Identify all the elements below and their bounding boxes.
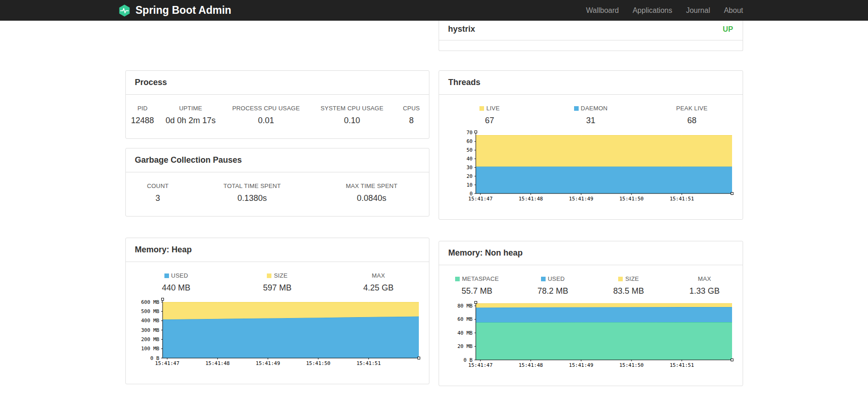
- svg-text:80 MB: 80 MB: [457, 303, 473, 309]
- stat-value: 31: [540, 116, 641, 127]
- gc-panel-title: Garbage Collection Pauses: [126, 148, 429, 172]
- svg-text:20: 20: [467, 173, 473, 179]
- brand-title: Spring Boot Admin: [135, 4, 231, 17]
- svg-text:40 MB: 40 MB: [457, 330, 473, 336]
- gc-panel: Garbage Collection Pauses COUNT TOTAL TI…: [125, 148, 430, 216]
- process-panel-title: Process: [126, 71, 429, 95]
- stat-label: USED: [171, 272, 188, 279]
- svg-text:15:41:50: 15:41:50: [619, 362, 643, 368]
- svg-text:15:41:50: 15:41:50: [619, 196, 643, 202]
- stat-value: 440 MB: [126, 283, 227, 295]
- svg-text:15:41:49: 15:41:49: [255, 360, 280, 366]
- stat-label: SIZE: [625, 275, 639, 282]
- nav-item-applications[interactable]: Applications: [626, 0, 679, 21]
- stat-value: 0.01: [222, 116, 310, 127]
- stat-value: 4.25 GB: [328, 283, 429, 295]
- svg-text:200 MB: 200 MB: [141, 336, 159, 342]
- stat-value: 68: [641, 116, 742, 127]
- svg-text:15:41:47: 15:41:47: [468, 196, 493, 202]
- stat-value: 12488: [126, 116, 160, 127]
- stat-label: SIZE: [274, 272, 287, 279]
- health-status-badge: UP: [723, 25, 733, 34]
- threads-panel: Threads LIVE DAEMON PEAK LIVE: [439, 70, 743, 220]
- page-content: hystrix UP Process PID UPTIME PROCESS CP…: [125, 21, 743, 386]
- stat-value: 1.33 GB: [666, 286, 742, 298]
- stat-label: METASPACE: [462, 275, 499, 282]
- svg-text:20 MB: 20 MB: [457, 343, 473, 349]
- health-row-hystrix[interactable]: hystrix UP: [439, 21, 743, 40]
- svg-text:15:41:47: 15:41:47: [468, 362, 493, 368]
- left-column: Process PID UPTIME PROCESS CPU USAGE SYS…: [125, 70, 430, 386]
- stat-value: 597 MB: [227, 283, 328, 295]
- stat-label: CPUS: [394, 105, 429, 116]
- size-legend-swatch-icon: [618, 277, 623, 281]
- stat-value: 55.7 MB: [439, 286, 515, 298]
- svg-text:15:41:51: 15:41:51: [356, 360, 381, 366]
- memory-heap-panel-title: Memory: Heap: [126, 238, 429, 262]
- nav-item-wallboard[interactable]: Wallboard: [579, 0, 626, 21]
- svg-text:60 MB: 60 MB: [457, 316, 473, 322]
- stat-value: 83.5 MB: [591, 286, 666, 298]
- svg-text:10: 10: [467, 182, 473, 188]
- stat-label: PID: [126, 105, 160, 116]
- stat-label: PROCESS CPU USAGE: [222, 105, 310, 116]
- stat-value: 0.1380s: [190, 194, 315, 205]
- memory-heap-panel: Memory: Heap USED SIZE MAX: [125, 238, 430, 384]
- threads-panel-title: Threads: [439, 71, 743, 95]
- svg-text:300 MB: 300 MB: [141, 327, 159, 333]
- svg-text:30: 30: [467, 165, 473, 171]
- right-column: Threads LIVE DAEMON PEAK LIVE: [439, 70, 743, 386]
- stat-label: MAX TIME SPENT: [314, 182, 429, 194]
- stat-label: SYSTEM CPU USAGE: [310, 105, 394, 116]
- svg-text:60: 60: [467, 138, 473, 144]
- health-panel-padding: [439, 40, 743, 51]
- daemon-legend-swatch-icon: [574, 106, 579, 111]
- health-item-name: hystrix: [448, 24, 475, 34]
- memory-nonheap-panel-title: Memory: Non heap: [439, 241, 743, 265]
- svg-text:15:41:49: 15:41:49: [569, 196, 593, 202]
- nav-item-about[interactable]: About: [717, 0, 750, 21]
- svg-text:400 MB: 400 MB: [141, 318, 159, 324]
- svg-text:70: 70: [467, 130, 473, 136]
- svg-text:15:41:49: 15:41:49: [569, 362, 593, 368]
- stat-value: 8: [394, 116, 429, 127]
- stat-label: UPTIME: [159, 105, 222, 116]
- stat-value: 0d 0h 2m 17s: [159, 116, 222, 127]
- stat-label: TOTAL TIME SPENT: [190, 182, 315, 194]
- nonheap-legend-table: METASPACE USED SIZE MAX: [439, 275, 743, 298]
- nav-links: Wallboard Applications Journal About: [579, 0, 750, 21]
- stat-value: 67: [439, 116, 540, 127]
- svg-text:15:41:48: 15:41:48: [205, 360, 230, 366]
- metrics-grid: Process PID UPTIME PROCESS CPU USAGE SYS…: [125, 21, 743, 386]
- svg-text:15:41:47: 15:41:47: [155, 360, 179, 366]
- memory-heap-chart: 0 B100 MB200 MB300 MB400 MB500 MB600 MB1…: [126, 296, 429, 384]
- metaspace-legend-swatch-icon: [455, 277, 460, 281]
- svg-text:15:41:51: 15:41:51: [670, 362, 694, 368]
- stat-label: LIVE: [486, 105, 500, 112]
- stat-value: 3: [126, 194, 190, 205]
- process-stats-table: PID UPTIME PROCESS CPU USAGE SYSTEM CPU …: [126, 105, 429, 127]
- svg-text:50: 50: [467, 147, 473, 153]
- svg-text:15:41:51: 15:41:51: [670, 196, 694, 202]
- stat-label: COUNT: [126, 182, 190, 194]
- stat-label: PEAK LIVE: [676, 105, 707, 112]
- heap-legend-table: USED SIZE MAX 440 MB 597 MB: [126, 272, 429, 295]
- size-legend-swatch-icon: [267, 273, 271, 278]
- used-legend-swatch-icon: [541, 277, 546, 281]
- stat-label: USED: [548, 275, 565, 282]
- svg-text:600 MB: 600 MB: [141, 299, 159, 305]
- svg-text:15:41:48: 15:41:48: [519, 362, 543, 368]
- pulse-logo-icon: [118, 4, 131, 17]
- brand-link[interactable]: Spring Boot Admin: [118, 4, 231, 17]
- application-health-panel: hystrix UP: [439, 21, 743, 51]
- top-navbar: Spring Boot Admin Wallboard Applications…: [0, 0, 868, 21]
- stat-label: DAEMON: [581, 105, 608, 112]
- threads-legend-table: LIVE DAEMON PEAK LIVE 67 31: [439, 105, 743, 127]
- used-legend-swatch-icon: [164, 273, 169, 278]
- svg-text:15:41:48: 15:41:48: [519, 196, 543, 202]
- stat-value: 78.2 MB: [515, 286, 591, 298]
- stat-label: MAX: [372, 272, 385, 279]
- live-legend-swatch-icon: [479, 106, 484, 111]
- memory-nonheap-panel: Memory: Non heap METASPACE USED SIZE: [439, 241, 743, 386]
- nav-item-journal[interactable]: Journal: [679, 0, 717, 21]
